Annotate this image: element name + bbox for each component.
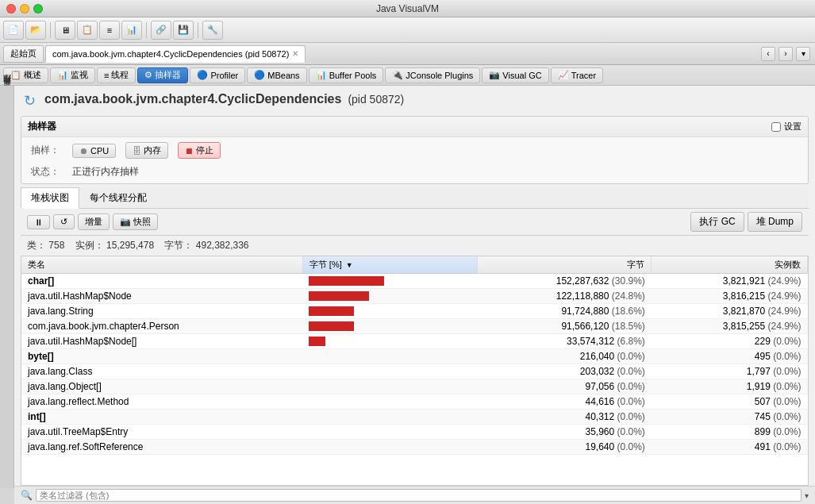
- cell-bytes-9: 40,312 (0.0%): [477, 410, 652, 425]
- visual-gc-icon: 📷: [489, 70, 500, 80]
- threads-icon: ≡: [104, 71, 109, 80]
- cell-name-10: java.util.TreeMap$Entry: [21, 425, 302, 440]
- toolbar-btn4[interactable]: 📋: [77, 21, 98, 40]
- table-row[interactable]: java.lang.reflect.Method 44,616 (0.0%) 5…: [21, 394, 808, 410]
- minimize-button[interactable]: [20, 4, 29, 13]
- tab-next-btn[interactable]: ›: [778, 47, 793, 61]
- main-toolbar: 📄 📂 🖥 📋 ≡ 📊 🔗 💾 🔧: [0, 17, 815, 43]
- tab-menu-btn[interactable]: ▾: [796, 47, 810, 61]
- cell-name-9: int[]: [21, 410, 302, 425]
- gc-btn[interactable]: 执行 GC: [690, 212, 744, 232]
- sampler-panel-title: 抽样器: [28, 120, 56, 133]
- tab-close-icon[interactable]: ✕: [292, 49, 298, 58]
- sub-nav-overview[interactable]: 📋 概述: [3, 67, 48, 83]
- sub-nav-tracer[interactable]: 📈 Tracer: [551, 67, 603, 83]
- data-table-container[interactable]: 类名 字节 [%] ▼ 字节 实例数 char[]: [21, 256, 809, 486]
- overview-label: 概述: [24, 69, 41, 81]
- cell-instances-0: 3,821,921 (24.9%): [652, 274, 808, 289]
- snapshot-icon: 📷: [120, 217, 131, 227]
- instance-count: 15,295,478: [106, 240, 154, 251]
- sub-nav-mbeans[interactable]: 🔵 MBeans: [247, 67, 306, 83]
- delta-btn[interactable]: 增量: [78, 214, 110, 230]
- app-title-bar: ↻ com.java.book.jvm.chapter4.CyclicDepen…: [14, 86, 815, 113]
- table-row[interactable]: java.lang.Class 203,032 (0.0%) 1,797 (0.…: [21, 364, 808, 379]
- settings-label: 设置: [784, 121, 802, 133]
- toolbar-sep3: [198, 22, 198, 38]
- tab-app[interactable]: com.java.book.jvm.chapter4.CyclicDepende…: [45, 45, 306, 63]
- sub-nav-sampler[interactable]: ⚙ 抽样器: [137, 67, 188, 83]
- cell-bar-8: [302, 394, 477, 410]
- overview-icon: 📋: [10, 70, 21, 80]
- reset-btn[interactable]: ↺: [53, 214, 75, 229]
- cell-bytes-1: 122,118,880 (24.8%): [477, 289, 652, 304]
- tab-prev-btn[interactable]: ‹: [761, 47, 775, 61]
- toolbar-sep1: [50, 22, 51, 38]
- sub-nav-profiler[interactable]: 🔵 Profiler: [190, 67, 245, 83]
- col-header-bytes[interactable]: 字节: [477, 256, 652, 274]
- inner-tab-thread[interactable]: 每个线程分配: [79, 187, 157, 209]
- table-row[interactable]: java.lang.String 91,724,880 (18.6%) 3,82…: [21, 304, 808, 319]
- table-row[interactable]: com.java.book.jvm.chapter4.Person 91,566…: [21, 319, 808, 334]
- sub-nav-threads[interactable]: ≡ 线程: [97, 67, 136, 83]
- table-row[interactable]: java.util.HashMap$Node[] 33,574,312 (6.8…: [21, 334, 808, 349]
- cell-name-8: java.lang.reflect.Method: [21, 394, 302, 410]
- profiler-label: Profiler: [210, 71, 238, 80]
- snapshot-btn[interactable]: 📷 快照: [113, 214, 158, 230]
- col-header-bytes-pct[interactable]: 字节 [%] ▼: [302, 256, 477, 274]
- maximize-button[interactable]: [33, 4, 43, 13]
- table-row[interactable]: int[] 40,312 (0.0%) 745 (0.0%): [21, 410, 808, 425]
- cell-bar-11: [302, 440, 477, 455]
- toolbar-btn7[interactable]: 🔗: [151, 21, 171, 40]
- toolbar-sep2: [146, 22, 147, 38]
- jconsole-label: JConsole Plugins: [406, 71, 473, 80]
- app-class-name: com.java.book.jvm.chapter4.CyclicDepende…: [44, 92, 341, 106]
- filter-dropdown-icon[interactable]: ▾: [805, 491, 809, 500]
- mem-sample-btn[interactable]: 🗄 内存: [125, 142, 168, 159]
- table-row[interactable]: java.util.TreeMap$Entry 35,960 (0.0%) 89…: [21, 425, 808, 440]
- inner-tab-heap[interactable]: 堆栈状图: [21, 187, 79, 209]
- cell-instances-6: 1,797 (0.0%): [652, 364, 808, 379]
- sub-nav-jconsole[interactable]: 🔌 JConsole Plugins: [385, 67, 480, 83]
- cpu-sample-btn[interactable]: ⏺ CPU: [72, 144, 116, 158]
- toolbar-btn6[interactable]: 📊: [121, 21, 142, 40]
- sub-nav-visual-gc[interactable]: 📷 Visual GC: [482, 67, 548, 83]
- col-header-instances[interactable]: 实例数: [652, 256, 808, 274]
- toolbar-new[interactable]: 📄: [3, 21, 24, 40]
- table-row[interactable]: java.lang.Object[] 97,056 (0.0%) 1,919 (…: [21, 379, 808, 394]
- sub-nav-buffer[interactable]: 📊 Buffer Pools: [309, 67, 384, 83]
- table-row[interactable]: java.util.HashMap$Node 122,118,880 (24.8…: [21, 289, 808, 304]
- pause-btn[interactable]: ⏸: [27, 215, 50, 229]
- toolbar-btn8[interactable]: 💾: [173, 21, 194, 40]
- col-header-name[interactable]: 类名: [21, 256, 302, 274]
- dump-btn[interactable]: 堆 Dump: [748, 212, 802, 232]
- left-sidebar: 应用程序 服务: [0, 86, 14, 488]
- class-count: 758: [48, 240, 64, 251]
- cell-bytes-8: 44,616 (0.0%): [477, 394, 652, 410]
- settings-checkbox[interactable]: [771, 122, 781, 132]
- stop-sample-btn[interactable]: ⏹ 停止: [178, 142, 221, 159]
- delta-label: 增量: [85, 216, 102, 228]
- tab-home[interactable]: 起始页: [3, 45, 44, 63]
- table-row[interactable]: java.lang.ref.SoftReference 19,640 (0.0%…: [21, 440, 808, 455]
- cell-bar-1: [302, 289, 477, 304]
- sampler-panel-header: 抽样器 设置: [21, 117, 808, 137]
- close-button[interactable]: [6, 4, 16, 13]
- memory-table: 类名 字节 [%] ▼ 字节 实例数 char[]: [21, 256, 808, 455]
- filter-input[interactable]: [36, 489, 802, 502]
- table-row[interactable]: char[] 152,287,632 (30.9%) 3,821,921 (24…: [21, 274, 808, 289]
- table-row[interactable]: byte[] 216,040 (0.0%) 495 (0.0%): [21, 349, 808, 364]
- cell-instances-8: 507 (0.0%): [652, 394, 808, 410]
- sub-nav-monitor[interactable]: 📊 监视: [50, 67, 95, 83]
- status-row: 状态： 正进行内存抽样: [21, 164, 808, 183]
- cell-instances-1: 3,816,215 (24.9%): [652, 289, 808, 304]
- toolbar-open[interactable]: 📂: [25, 21, 46, 40]
- toolbar-btn3[interactable]: 🖥: [55, 21, 75, 40]
- refresh-icon[interactable]: ↻: [24, 92, 38, 106]
- toolbar-btn9[interactable]: 🔧: [202, 21, 223, 40]
- cell-instances-7: 1,919 (0.0%): [652, 379, 808, 394]
- content-area: ↻ com.java.book.jvm.chapter4.CyclicDepen…: [14, 86, 815, 504]
- action-buttons-row: ⏸ ↺ 增量 📷 快照 执行 GC 堆 Dump: [21, 209, 809, 236]
- toolbar-btn5[interactable]: ≡: [99, 21, 120, 40]
- profiler-icon: 🔵: [197, 70, 208, 80]
- monitor-label: 监视: [71, 69, 88, 81]
